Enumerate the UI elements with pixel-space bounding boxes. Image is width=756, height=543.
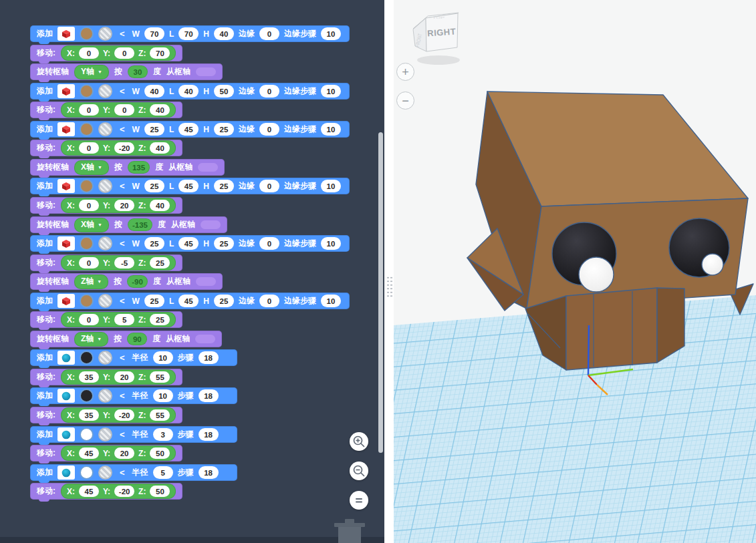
block-add-box[interactable]: 添加<W25L45H25边缘0边缘步骤10: [30, 293, 350, 309]
blocks-zoom-in-button[interactable]: [350, 432, 368, 451]
value-input[interactable]: 0: [114, 47, 134, 59]
value-input[interactable]: 18: [199, 428, 219, 441]
value-input[interactable]: 0: [79, 104, 99, 116]
value-input[interactable]: 40: [144, 85, 164, 98]
collapse-chevron-icon[interactable]: <: [120, 29, 125, 39]
axis-dropdown[interactable]: Z轴▼: [74, 332, 108, 347]
block-rotate[interactable]: 旋转枢轴X轴▼按135度从枢轴: [30, 159, 225, 176]
value-input[interactable]: 18: [199, 466, 219, 479]
axis-dropdown[interactable]: Z轴▼: [74, 275, 108, 289]
from-pivot-toggle[interactable]: [195, 335, 215, 343]
color-swatch[interactable]: [80, 351, 94, 365]
box-shape-icon[interactable]: [57, 179, 75, 193]
block-add-box[interactable]: 添加<W25L45H25边缘0边缘步骤10: [30, 121, 350, 138]
from-pivot-toggle[interactable]: [198, 163, 218, 172]
degrees-input[interactable]: -135: [128, 218, 152, 231]
collapse-chevron-icon[interactable]: <: [120, 391, 125, 401]
box-shape-icon[interactable]: [57, 27, 75, 41]
from-pivot-toggle[interactable]: [196, 277, 216, 286]
block-move[interactable]: 移动:X:0Y:0Z:40: [30, 102, 182, 118]
value-input[interactable]: 18: [199, 351, 219, 364]
value-input[interactable]: 10: [321, 123, 341, 136]
value-input[interactable]: 50: [214, 85, 234, 98]
sphere-shape-icon[interactable]: [57, 351, 75, 365]
view-cube[interactable]: RIGHT FRONT TOP: [413, 13, 460, 65]
transparency-swatch[interactable]: [98, 389, 112, 403]
transparency-swatch[interactable]: [98, 27, 112, 41]
sphere-shape-icon[interactable]: [57, 389, 75, 403]
value-input[interactable]: 55: [150, 371, 170, 383]
value-input[interactable]: 10: [321, 27, 341, 40]
value-input[interactable]: 10: [321, 180, 341, 192]
value-input[interactable]: -20: [114, 486, 134, 497]
value-input[interactable]: 25: [150, 314, 170, 325]
value-input[interactable]: 40: [178, 85, 199, 98]
value-input[interactable]: 5: [114, 314, 134, 325]
value-input[interactable]: 45: [178, 180, 199, 192]
axis-dropdown[interactable]: X轴▼: [74, 218, 109, 232]
degrees-input[interactable]: 30: [128, 65, 148, 78]
from-pivot-toggle[interactable]: [196, 67, 216, 76]
block-rotate[interactable]: 旋转枢轴Z轴▼按-90度从枢轴: [30, 273, 223, 290]
value-input[interactable]: 45: [178, 123, 199, 136]
blocks-zoom-out-button[interactable]: [350, 462, 368, 480]
block-move[interactable]: 移动:X:0Y:5Z:25: [30, 311, 182, 328]
block-rotate[interactable]: 旋转枢轴Z轴▼按90度从枢轴: [30, 331, 222, 347]
transparency-swatch[interactable]: [98, 427, 112, 441]
value-input[interactable]: 45: [178, 237, 199, 250]
block-move[interactable]: 移动:X:0Y:0Z:70: [30, 45, 182, 61]
value-input[interactable]: 70: [150, 47, 170, 59]
collapse-chevron-icon[interactable]: <: [120, 86, 125, 96]
value-input[interactable]: 25: [144, 123, 164, 136]
value-input[interactable]: 0: [259, 295, 279, 307]
value-input[interactable]: 0: [79, 142, 99, 154]
value-input[interactable]: 25: [144, 295, 164, 307]
degrees-input[interactable]: -90: [127, 275, 148, 288]
value-input[interactable]: 25: [214, 295, 234, 307]
value-input[interactable]: 55: [150, 409, 170, 421]
collapse-chevron-icon[interactable]: <: [120, 353, 125, 363]
transparency-swatch[interactable]: [98, 179, 112, 193]
viewport-3d[interactable]: RIGHT FRONT TOP + −: [394, 0, 756, 543]
value-input[interactable]: 10: [321, 237, 341, 250]
collapse-chevron-icon[interactable]: <: [120, 429, 125, 439]
value-input[interactable]: 40: [214, 27, 234, 40]
value-input[interactable]: -20: [114, 142, 134, 154]
value-input[interactable]: 0: [114, 104, 134, 116]
color-swatch[interactable]: [80, 27, 94, 41]
value-input[interactable]: 0: [259, 123, 279, 136]
color-swatch[interactable]: [80, 236, 94, 250]
collapse-chevron-icon[interactable]: <: [120, 296, 125, 306]
value-input[interactable]: 20: [114, 200, 134, 211]
sphere-shape-icon[interactable]: [57, 466, 75, 480]
axis-dropdown[interactable]: X轴▼: [74, 160, 109, 175]
panel-resize-divider[interactable]: [384, 0, 394, 543]
drag-handle-icon[interactable]: [386, 276, 394, 298]
block-add-box[interactable]: 添加<W40L40H50边缘0边缘步骤10: [30, 83, 350, 100]
value-input[interactable]: 50: [150, 447, 170, 459]
trash-drop-zone[interactable]: [332, 514, 368, 543]
value-input[interactable]: 25: [214, 237, 234, 250]
block-move[interactable]: 移动:X:45Y:20Z:50: [30, 445, 182, 462]
block-rotate[interactable]: 旋转枢轴X轴▼按-135度从枢轴: [30, 216, 227, 233]
color-swatch[interactable]: [80, 179, 94, 193]
collapse-chevron-icon[interactable]: <: [120, 238, 125, 248]
transparency-swatch[interactable]: [98, 84, 112, 98]
block-add-sphere[interactable]: 添加<半径10步骤18: [30, 349, 237, 366]
value-input[interactable]: 35: [79, 371, 99, 383]
block-add-box[interactable]: 添加<W25L45H25边缘0边缘步骤10: [30, 178, 350, 194]
scene-3d[interactable]: RIGHT FRONT TOP: [394, 0, 756, 543]
value-input[interactable]: 25: [144, 180, 164, 192]
collapse-chevron-icon[interactable]: <: [120, 124, 125, 134]
collapse-chevron-icon[interactable]: <: [120, 468, 125, 478]
axis-dropdown[interactable]: Y轴▼: [74, 65, 109, 79]
block-add-sphere[interactable]: 添加<半径10步骤18: [30, 387, 237, 404]
degrees-input[interactable]: 135: [128, 161, 150, 174]
value-input[interactable]: 70: [178, 27, 199, 40]
transparency-swatch[interactable]: [98, 294, 112, 308]
viewport-zoom-out-button[interactable]: −: [396, 92, 414, 110]
value-input[interactable]: 10: [321, 85, 341, 98]
box-shape-icon[interactable]: [57, 294, 75, 308]
value-input[interactable]: 5: [153, 466, 173, 479]
block-move[interactable]: 移动:X:45Y:-20Z:50: [30, 483, 182, 500]
